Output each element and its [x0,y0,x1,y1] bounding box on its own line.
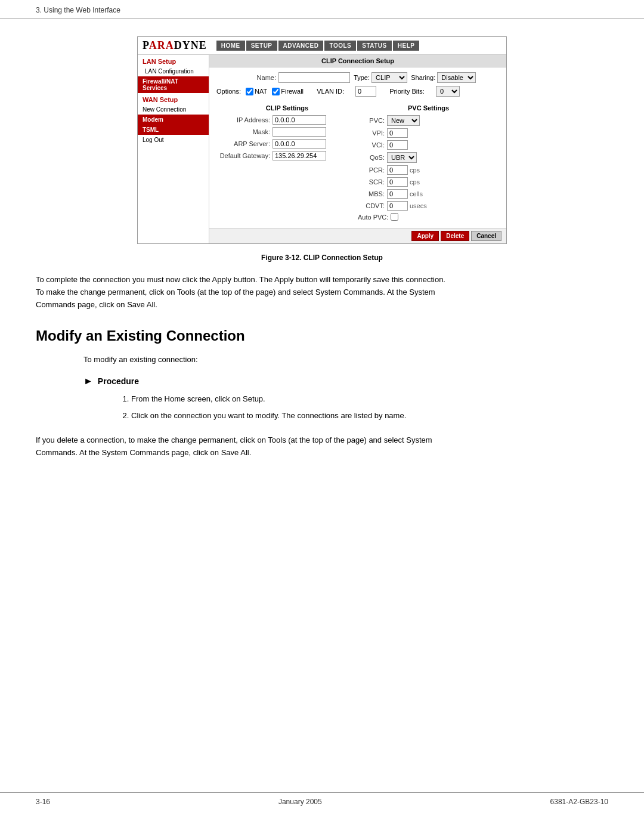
figure-caption: Figure 3-12. CLIP Connection Setup [36,254,608,262]
clip-settings-col: CLIP Settings IP Address: Mask: ARP Serv… [216,104,358,223]
cdvt-input[interactable] [387,201,408,211]
nav-setup[interactable]: SETUP [246,41,277,51]
sidebar: LAN Setup LAN Configuration Firewall/NAT… [138,55,209,243]
scr-input[interactable] [387,177,408,187]
main-area: CLIP Connection Setup Name: Type: CLIP [209,55,506,243]
ip-label: IP Address: [216,116,270,123]
sharing-label: Sharing: [411,74,435,81]
brand-logo: PARADYNE [143,39,207,52]
scr-row: SCR: cps [358,177,499,187]
cdvt-unit: usecs [410,202,427,209]
header-text: 3. Using the Web Interface [36,6,120,14]
section-heading: Modify an Existing Connection [36,328,608,344]
scr-label: SCR: [358,178,385,186]
sidebar-item-firewall-nat[interactable]: Firewall/NATServices [138,76,209,93]
arp-label: ARP Server: [216,140,270,147]
delete-button[interactable]: Delete [441,231,469,241]
nav-status[interactable]: STATUS [357,41,392,51]
type-select[interactable]: CLIP [371,72,407,83]
vlan-input[interactable] [355,86,376,97]
page-header: 3. Using the Web Interface [0,0,644,18]
gateway-row: Default Gateway: [216,151,358,160]
scr-unit: cps [410,178,420,186]
mbs-label: MBS: [358,190,385,197]
procedure-block: ► Procedure From the Home screen, click … [83,376,608,422]
mask-row: Mask: [216,127,358,137]
sidebar-group-lan: LAN Setup [138,55,209,66]
qos-row: QoS: UBR [358,152,499,163]
arp-row: ARP Server: [216,139,358,149]
qos-select[interactable]: UBR [387,152,417,163]
type-label: Type: [354,74,370,81]
procedure-step-2: Click on the connection you want to modi… [131,409,608,422]
body-paragraph: To complete the connection you must now … [36,274,453,311]
apply-button[interactable]: Apply [411,231,439,241]
settings-columns: CLIP Settings IP Address: Mask: ARP Serv… [209,104,506,228]
sidebar-item-tsml[interactable]: TSML [138,125,209,135]
gateway-label: Default Gateway: [216,152,270,159]
pcr-label: PCR: [358,166,385,174]
ip-row: IP Address: [216,115,358,125]
pvc-settings-title: PVC Settings [358,104,499,112]
procedure-label: Procedure [98,376,139,386]
arp-input[interactable] [273,139,326,149]
nat-option[interactable]: NAT [246,88,267,95]
vpi-row: VPI: [358,128,499,138]
vci-input[interactable] [387,140,408,150]
mask-input[interactable] [273,127,326,137]
footer-page-num: 3-16 [36,798,50,806]
nav-home[interactable]: HOME [216,41,245,51]
firewall-label: Firewall [281,88,304,95]
page-footer: 3-16 January 2005 6381-A2-GB23-10 [0,792,644,806]
footer-paragraph: If you delete a connection, to make the … [36,434,453,459]
pvc-select[interactable]: New [387,115,420,126]
footer-doc-id: 6381-A2-GB23-10 [550,798,608,806]
firewall-option[interactable]: Firewall [272,88,304,95]
options-label: Options: [216,88,241,95]
pvc-settings-col: PVC Settings PVC: New VPI: VCI: [358,104,499,223]
qos-label: QoS: [358,154,385,161]
pcr-unit: cps [410,166,420,174]
nav-advanced[interactable]: ADVANCED [278,41,324,51]
procedure-header: ► Procedure [83,376,608,387]
top-form-area: Name: Type: CLIP Sharing: Disable [209,67,506,104]
mask-label: Mask: [216,128,270,135]
name-input[interactable] [278,72,350,83]
sidebar-item-new-connection[interactable]: New Connection [138,104,209,115]
vci-label: VCI: [358,141,385,149]
sharing-select[interactable]: Disable [437,72,476,83]
pcr-input[interactable] [387,165,408,175]
autopvc-label: Auto PVC: [358,214,388,221]
gateway-input[interactable] [273,151,326,160]
priority-select[interactable]: 0 [436,86,460,97]
procedure-list: From the Home screen, click on Setup. Cl… [83,393,608,422]
procedure-step-1: From the Home screen, click on Setup. [131,393,608,406]
autopvc-row: Auto PVC: [358,213,499,221]
cdvt-row: CDVT: usecs [358,201,499,211]
sidebar-item-lan-config[interactable]: LAN Configuration [138,66,209,76]
firewall-checkbox[interactable] [272,88,280,95]
clip-settings-title: CLIP Settings [216,104,358,112]
ip-input[interactable] [273,115,326,125]
options-row: Options: NAT Firewall VLAN ID: [216,86,499,97]
nav-tools[interactable]: TOOLS [324,41,356,51]
sidebar-item-logout[interactable]: Log Out [138,135,209,145]
vpi-input[interactable] [387,128,408,138]
autopvc-checkbox[interactable] [391,213,398,221]
figure-caption-text: Figure 3-12. CLIP Connection Setup [261,254,383,262]
mbs-unit: cells [410,190,423,197]
name-type-row: Name: Type: CLIP Sharing: Disable [216,72,499,83]
mbs-input[interactable] [387,189,408,199]
pcr-row: PCR: cps [358,165,499,175]
nav-help[interactable]: HELP [393,41,420,51]
cancel-button[interactable]: Cancel [471,231,501,241]
sidebar-item-modem[interactable]: Modem [138,115,209,125]
mbs-row: MBS: cells [358,189,499,199]
nat-checkbox[interactable] [246,88,253,95]
pvc-label: PVC: [358,117,385,124]
procedure-arrow-icon: ► [83,376,93,387]
cdvt-label: CDVT: [358,202,385,209]
nav-buttons: HOME SETUP ADVANCED TOOLS STATUS HELP [216,41,420,51]
nat-label: NAT [255,88,267,95]
vlan-label: VLAN ID: [317,88,344,95]
